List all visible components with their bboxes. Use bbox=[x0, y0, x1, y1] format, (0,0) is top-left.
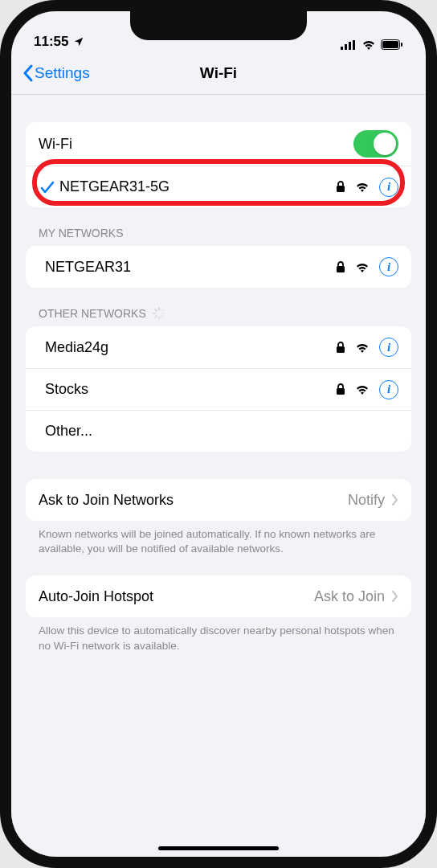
network-row[interactable]: Media24g i bbox=[26, 326, 411, 368]
ask-to-join-footer: Known networks will be joined automatica… bbox=[26, 521, 411, 556]
wifi-signal-icon bbox=[355, 262, 370, 272]
back-button[interactable]: Settings bbox=[18, 59, 95, 87]
svg-rect-5 bbox=[382, 41, 398, 48]
other-network-row[interactable]: Other... bbox=[26, 410, 411, 452]
wifi-toggle[interactable] bbox=[353, 130, 398, 158]
wifi-status-icon bbox=[361, 39, 376, 50]
connected-network-name: NETGEAR31-5G bbox=[59, 178, 336, 195]
lock-icon bbox=[336, 181, 345, 193]
info-button[interactable]: i bbox=[379, 338, 398, 357]
other-label: Other... bbox=[39, 423, 398, 440]
auto-join-group: Auto-Join Hotspot Ask to Join bbox=[26, 575, 411, 617]
svg-line-16 bbox=[155, 309, 157, 311]
wifi-toggle-row: Wi-Fi bbox=[26, 122, 411, 166]
my-networks-group: NETGEAR31 i bbox=[26, 246, 411, 288]
lock-icon bbox=[336, 261, 345, 273]
back-label: Settings bbox=[35, 64, 90, 82]
network-name: Stocks bbox=[39, 381, 336, 398]
status-time: 11:55 bbox=[34, 34, 68, 50]
ask-to-join-row[interactable]: Ask to Join Networks Notify bbox=[26, 479, 411, 521]
network-name: Media24g bbox=[39, 339, 336, 356]
chevron-right-icon bbox=[391, 493, 398, 506]
spinner-icon bbox=[153, 307, 165, 320]
svg-rect-0 bbox=[341, 47, 343, 50]
ask-to-join-label: Ask to Join Networks bbox=[39, 492, 348, 509]
auto-join-row[interactable]: Auto-Join Hotspot Ask to Join bbox=[26, 575, 411, 617]
page-title: Wi-Fi bbox=[200, 64, 237, 82]
my-networks-header: MY NETWORKS bbox=[26, 207, 411, 246]
svg-rect-17 bbox=[337, 346, 345, 353]
home-indicator[interactable] bbox=[158, 846, 279, 850]
auto-join-footer: Allow this device to automatically disco… bbox=[26, 617, 411, 653]
connected-network-row[interactable]: NETGEAR31-5G i bbox=[26, 166, 411, 207]
network-name: NETGEAR31 bbox=[39, 259, 336, 276]
lock-icon bbox=[336, 342, 345, 354]
chevron-left-icon bbox=[22, 64, 33, 82]
svg-line-12 bbox=[161, 316, 163, 317]
auto-join-label: Auto-Join Hotspot bbox=[39, 588, 314, 605]
cellular-icon bbox=[341, 40, 357, 50]
other-networks-header: OTHER NETWORKS bbox=[26, 288, 411, 326]
ask-to-join-value: Notify bbox=[348, 492, 385, 509]
svg-rect-6 bbox=[401, 43, 402, 47]
info-button[interactable]: i bbox=[379, 257, 398, 276]
content-area: Wi-Fi NETGEAR31-5G i bbox=[11, 95, 426, 653]
notch bbox=[130, 11, 307, 40]
wifi-main-group: Wi-Fi NETGEAR31-5G i bbox=[26, 122, 411, 207]
checkmark-icon bbox=[39, 181, 56, 194]
svg-line-10 bbox=[161, 309, 163, 311]
info-button[interactable]: i bbox=[379, 380, 398, 399]
svg-rect-18 bbox=[337, 388, 345, 395]
svg-line-14 bbox=[155, 316, 157, 317]
info-button[interactable]: i bbox=[379, 178, 398, 197]
network-row[interactable]: Stocks i bbox=[26, 368, 411, 410]
auto-join-value: Ask to Join bbox=[314, 588, 385, 605]
chevron-right-icon bbox=[391, 590, 398, 603]
battery-icon bbox=[381, 39, 403, 50]
svg-rect-1 bbox=[345, 44, 347, 50]
device-frame: 11:55 Settings bbox=[0, 0, 437, 868]
svg-rect-2 bbox=[349, 42, 351, 50]
network-row[interactable]: NETGEAR31 i bbox=[26, 246, 411, 288]
wifi-signal-icon bbox=[355, 384, 370, 395]
ask-to-join-group: Ask to Join Networks Notify bbox=[26, 479, 411, 521]
location-icon bbox=[73, 36, 84, 47]
navigation-bar: Settings Wi-Fi bbox=[11, 51, 426, 95]
svg-rect-7 bbox=[337, 186, 345, 192]
screen: 11:55 Settings bbox=[11, 11, 426, 857]
lock-icon bbox=[336, 383, 345, 395]
svg-rect-3 bbox=[353, 40, 355, 50]
other-networks-group: Media24g i Stocks bbox=[26, 326, 411, 452]
wifi-signal-icon bbox=[355, 342, 370, 353]
svg-rect-8 bbox=[337, 266, 345, 272]
wifi-toggle-label: Wi-Fi bbox=[39, 136, 353, 153]
wifi-signal-icon bbox=[355, 182, 370, 192]
